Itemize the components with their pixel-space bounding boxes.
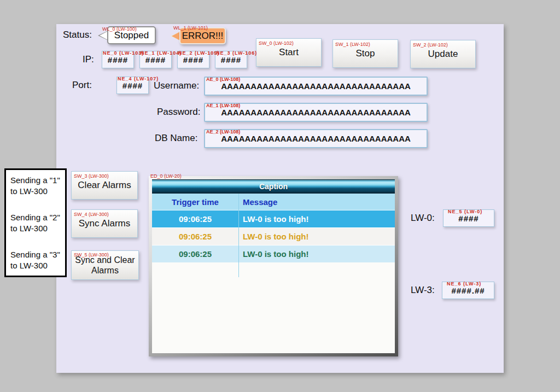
ip-octet-4-value: ####	[221, 55, 241, 65]
status-label: Status:	[63, 30, 92, 40]
ip-octet-3-field[interactable]: NE_2 (LW-105) ####	[177, 51, 209, 68]
annotation-line: to LW-300	[10, 260, 64, 271]
lw3-value: ####.##	[451, 286, 485, 295]
lw0-field[interactable]: NE_5 (LW-0) ####	[443, 209, 494, 227]
event-time: 09:06:25	[152, 214, 238, 224]
ip-octet-4-field[interactable]: NE_3 (LW-106) ####	[215, 51, 247, 68]
clear-alarms-button[interactable]: SW_3 (LW-300) Clear Alarms	[71, 171, 138, 200]
column-header-trigger-time: Trigger time	[152, 197, 238, 207]
sync-alarms-button[interactable]: SW_4 (LW-300) Sync Alarms	[71, 209, 138, 238]
column-header-message: Message	[238, 197, 395, 207]
event-display: ED_0 (LW-20) Caption Trigger time Messag…	[149, 176, 398, 356]
dbname-label: DB Name:	[155, 133, 197, 144]
event-row-selected[interactable]: 09:06:25 LW-0 is too high!	[152, 210, 395, 227]
event-caption-bar: Caption	[152, 179, 395, 194]
sync-and-clear-alarms-label: Sync and Clear Alarms	[72, 255, 138, 276]
annotation-line: to LW-300	[10, 223, 64, 234]
ip-octet-2-value: ####	[145, 55, 166, 65]
sync-and-clear-alarms-button[interactable]: SW_5 (LW-300) Sync and Clear Alarms	[71, 250, 139, 280]
start-button-label: Start	[279, 47, 299, 58]
password-label: Password:	[157, 107, 200, 118]
status-error-callout: ERROR!!! WL_1 (LW-101)	[170, 27, 226, 44]
ip-octet-1-value: ####	[108, 55, 128, 65]
annotation-item: Sending a "2" to LW-300	[10, 212, 64, 233]
start-button[interactable]: SW_0 (LW-102) Start	[256, 38, 322, 67]
annotation-item: Sending a "3" to LW-300	[10, 249, 64, 271]
ip-label: IP:	[83, 54, 94, 65]
dbname-field[interactable]: AE_2 (LW-108) AAAAAAAAAAAAAAAAAAAAAAAAAA…	[204, 129, 428, 148]
lw3-label: LW-3:	[411, 285, 435, 296]
port-field[interactable]: NE_4 (LW-107) ####	[116, 77, 149, 94]
object-tag: SW_2 (LW-102)	[413, 42, 448, 48]
event-time: 09:06:25	[152, 249, 238, 259]
column-divider	[238, 194, 239, 277]
event-message: LW-0 is too high!	[238, 214, 395, 224]
event-row[interactable]: 09:06:25 LW-0 is too high!	[152, 245, 395, 262]
stop-button-label: Stop	[356, 48, 375, 59]
event-display-inner: Caption Trigger time Message 09:06:25 LW…	[152, 179, 395, 353]
annotation-line: Sending a "2"	[10, 212, 64, 223]
object-tag: SW_1 (LW-102)	[335, 42, 370, 47]
event-message: LW-0 is too high!	[238, 232, 395, 241]
port-value: ####	[122, 81, 143, 90]
stop-button[interactable]: SW_1 (LW-102) Stop	[332, 39, 398, 68]
dbname-value: AAAAAAAAAAAAAAAAAAAAAAAAAAAAAAAA	[221, 134, 411, 143]
annotation-line: Sending a "3"	[10, 249, 64, 260]
port-label: Port:	[72, 80, 92, 91]
annotation-line: Sending a "1"	[10, 175, 64, 186]
password-value: AAAAAAAAAAAAAAAAAAAAAAAAAAAAAAAA	[221, 108, 411, 117]
update-button[interactable]: SW_2 (LW-102) Update	[410, 40, 476, 68]
ip-octet-3-value: ####	[183, 55, 203, 65]
event-time: 09:06:25	[152, 232, 238, 241]
sync-alarms-label: Sync Alarms	[79, 218, 130, 229]
lw0-label: LW-0:	[411, 213, 435, 224]
event-header-row: Trigger time Message	[152, 194, 395, 210]
username-field[interactable]: AE_0 (LW-108) AAAAAAAAAAAAAAAAAAAAAAAAAA…	[204, 77, 428, 96]
event-caption-text: Caption	[259, 182, 288, 191]
lw0-value: ####	[458, 214, 479, 223]
password-field[interactable]: AE_1 (LW-108) AAAAAAAAAAAAAAAAAAAAAAAAAA…	[204, 103, 428, 122]
event-message: LW-0 is too high!	[238, 249, 395, 259]
object-tag: SW_4 (LW-300)	[74, 212, 109, 217]
status-error-text: ERROR!!!	[179, 27, 226, 44]
hmi-screen: Status: Stopped WL_0 (LW-100) ERROR!!! W…	[0, 0, 560, 392]
username-value: AAAAAAAAAAAAAAAAAAAAAAAAAAAAAAAA	[221, 81, 411, 91]
clear-alarms-label: Clear Alarms	[78, 180, 131, 191]
ip-octet-2-field[interactable]: NE_1 (LW-104) ####	[139, 51, 172, 68]
object-tag: SW_3 (LW-300)	[74, 173, 109, 179]
status-stopped-callout: Stopped WL_0 (LW-100)	[98, 26, 156, 44]
username-label: Username:	[154, 80, 199, 91]
annotation-box: Sending a "1" to LW-300 Sending a "2" to…	[4, 168, 67, 277]
status-stopped-text: Stopped	[107, 26, 156, 44]
annotation-line: to LW-300	[10, 186, 64, 197]
object-tag: SW_0 (LW-102)	[259, 40, 294, 46]
lw3-field[interactable]: NE_6 (LW-3) ####.##	[442, 282, 494, 299]
annotation-item: Sending a "1" to LW-300	[10, 175, 64, 196]
update-button-label: Update	[428, 49, 458, 60]
ip-octet-1-field[interactable]: NE_0 (LW-103) ####	[102, 51, 134, 68]
event-row[interactable]: 09:06:25 LW-0 is too high!	[152, 227, 395, 245]
